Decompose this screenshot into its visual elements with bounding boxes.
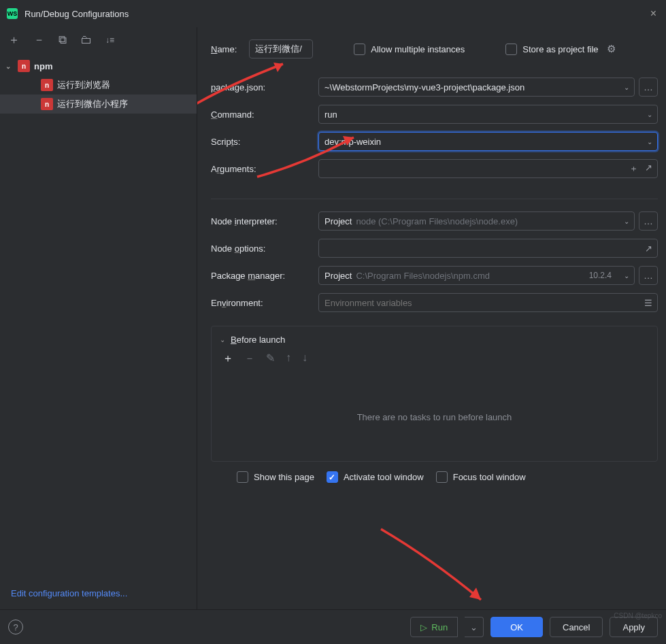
form-panel: Name: Allow multiple instances Store as … [197,27,666,609]
node-options-label: Node options: [211,243,318,254]
environment-label: Environment: [211,298,318,308]
pm-version: 10.2.4 [589,271,612,280]
scripts-input[interactable] [318,132,658,151]
browse-interpreter-button[interactable]: … [639,211,658,231]
sidebar: ＋ － ⧉ 🗀 ↓≡ ⌄ n npm n 运行到浏览器 n 运行到微信小程序 E… [0,27,197,609]
copy-config-icon[interactable]: ⧉ [59,34,67,46]
cancel-button[interactable]: Cancel [550,617,603,637]
command-label: Command: [211,109,318,120]
node-interpreter-label: Node interpreter: [211,216,318,226]
app-icon: WS [7,8,18,19]
run-dropdown-button[interactable]: ⌄ [465,617,484,637]
list-icon[interactable]: ☰ [644,298,652,308]
dialog-footer: ? ▷ Run ⌄ OK Cancel Apply [0,609,666,644]
config-tree: ⌄ n npm n 运行到浏览器 n 运行到微信小程序 [0,52,197,577]
tree-item-browser[interactable]: n 运行到浏览器 [0,75,197,95]
svg-marker-0 [273,63,283,72]
checkbox-icon [237,471,248,483]
package-manager-select[interactable]: Project C:\Program Files\nodejs\npm.cmd [318,266,635,285]
plus-icon[interactable]: ＋ [629,163,638,175]
arguments-input[interactable] [318,159,658,178]
tree-item-label: 运行到浏览器 [57,79,110,91]
name-label: Name: [211,44,237,54]
chevron-down-icon: ⌄ [5,63,14,70]
expand-icon[interactable]: ↗ [645,243,652,254]
tree-item-weixin[interactable]: n 运行到微信小程序 [0,95,197,114]
focus-tool-checkbox[interactable]: Focus tool window [436,471,526,483]
move-up-icon[interactable]: ↑ [286,352,291,366]
run-button[interactable]: ▷ Run [410,617,458,637]
tree-root-npm[interactable]: ⌄ n npm [0,56,197,75]
folder-icon[interactable]: 🗀 [80,34,92,46]
checkbox-checked-icon [327,471,338,483]
node-interpreter-select[interactable]: Project node (C:\Program Files\nodejs\no… [318,211,635,231]
package-json-input[interactable] [318,78,635,97]
before-launch-empty: There are no tasks to run before launch [212,373,657,461]
checkbox-icon [505,44,517,55]
browse-pm-button[interactable]: … [639,266,658,285]
npm-icon: n [41,79,53,91]
remove-task-icon[interactable]: － [244,352,255,366]
edit-templates-link[interactable]: Edit configuration templates... [11,588,127,598]
store-as-file-checkbox[interactable]: Store as project file ⚙ [505,43,615,55]
before-launch-header[interactable]: ⌄ Before launch [212,326,657,345]
watermark: CSDN @tepkco [614,612,662,620]
gear-icon[interactable]: ⚙ [607,43,616,55]
node-options-input[interactable] [318,239,658,258]
arguments-label: Arguments: [211,164,318,174]
checkbox-icon [354,44,365,55]
close-icon[interactable]: × [648,7,659,20]
window-title: Run/Debug Configurations [24,9,129,19]
package-manager-label: Package manager: [211,271,318,281]
remove-config-icon[interactable]: － [33,34,45,46]
ok-button[interactable]: OK [490,617,543,637]
help-icon[interactable]: ? [8,620,23,634]
sidebar-toolbar: ＋ － ⧉ 🗀 ↓≡ [0,27,197,52]
allow-multiple-checkbox[interactable]: Allow multiple instances [354,44,465,55]
before-launch-panel: ⌄ Before launch ＋ － ✎ ↑ ↓ There are no t… [211,326,658,462]
checkbox-icon [436,471,448,483]
scripts-label: Scripts: [211,137,318,147]
tree-item-label: 运行到微信小程序 [57,98,128,110]
annotation-arrow [376,524,498,609]
environment-input[interactable] [318,293,658,312]
tree-root-label: npm [34,61,52,71]
command-select[interactable] [318,105,658,124]
npm-icon: n [41,98,53,110]
name-input[interactable] [249,39,313,58]
npm-icon: n [18,60,30,72]
chevron-down-icon: ⌄ [220,336,225,343]
browse-package-json-button[interactable]: … [639,78,658,97]
expand-icon[interactable]: ↗ [645,163,652,175]
svg-marker-2 [469,588,481,600]
activate-tool-checkbox[interactable]: Activate tool window [327,471,424,483]
move-down-icon[interactable]: ↓ [302,352,307,366]
add-config-icon[interactable]: ＋ [8,34,20,46]
edit-task-icon[interactable]: ✎ [266,352,275,366]
sort-icon[interactable]: ↓≡ [105,36,114,44]
show-page-checkbox[interactable]: Show this page [237,471,314,483]
package-json-label: package.json: [211,82,318,92]
apply-button[interactable]: Apply [610,617,658,637]
add-task-icon[interactable]: ＋ [222,352,233,366]
title-bar: WS Run/Debug Configurations × [0,0,666,27]
